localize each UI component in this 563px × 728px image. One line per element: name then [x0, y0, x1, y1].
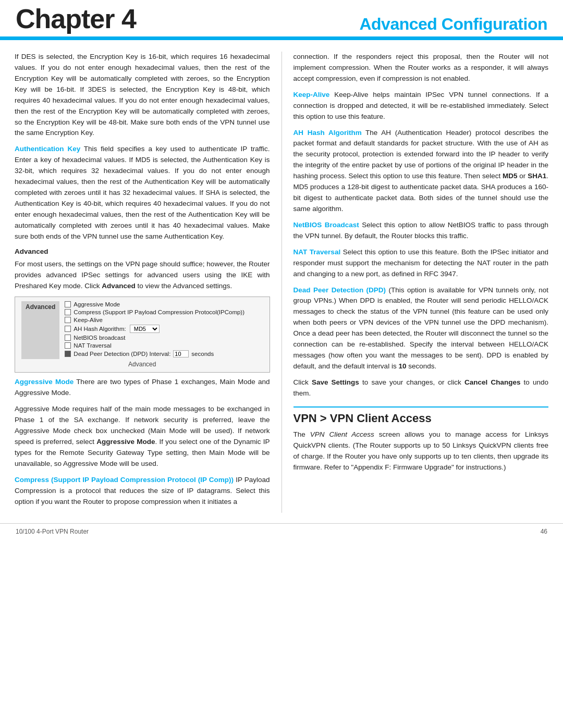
- compress-paragraph: Compress (Support IP Payload Compression…: [15, 475, 270, 508]
- dpd-paragraph: Dead Peer Detection (DPD) (This option i…: [293, 285, 549, 372]
- keepalive-term: Keep-Alive: [293, 91, 330, 98]
- intro-paragraph: If DES is selected, the Encryption Key i…: [15, 52, 270, 139]
- adv-row-dpd: Dead Peer Detection (DPD) Interval: seco…: [65, 350, 263, 357]
- dpd-bold: 10: [398, 362, 406, 370]
- dpd-text2: seconds.: [406, 362, 436, 370]
- ah-bold1: MD5: [503, 172, 518, 180]
- dpd-interval-input[interactable]: [173, 350, 189, 357]
- page-content: If DES is selected, the Encryption Key i…: [0, 40, 563, 513]
- checkbox-aggressive[interactable]: [65, 301, 71, 307]
- dpd-text: (This option is available for VPN tunnel…: [293, 286, 549, 370]
- vpn-heading: VPN > VPN Client Access: [293, 406, 549, 425]
- checkbox-netbios[interactable]: [65, 335, 71, 341]
- auth-key-text: This field specifies a key used to authe…: [15, 145, 270, 240]
- save-settings-paragraph: Click Save Settings to save your changes…: [293, 377, 549, 399]
- compress-cont-paragraph: connection. If the responders reject thi…: [293, 52, 549, 84]
- adv-row-aggressive: Aggressive Mode: [65, 301, 263, 307]
- keepalive-paragraph: Keep-Alive Keep-Alive helps maintain IPS…: [293, 90, 549, 122]
- checkbox-keepalive[interactable]: [65, 317, 71, 323]
- vpn-text1: The: [293, 430, 310, 438]
- ah-select[interactable]: MD5 SHA1: [130, 325, 160, 333]
- netbios-paragraph: NetBIOS Broadcast Select this option to …: [293, 220, 549, 242]
- aggressive-term: Aggressive Mode: [15, 378, 74, 386]
- ah-bold2: SHA1: [528, 172, 546, 180]
- nat-term: NAT Traversal: [293, 248, 341, 256]
- save-text: Click: [293, 378, 312, 386]
- adv-row-netbios: NetBIOS broadcast: [65, 335, 263, 341]
- adv-label-netbios: NetBIOS broadcast: [74, 335, 125, 341]
- ah-or: or: [518, 172, 528, 180]
- vpn-paragraph: The VPN Client Access screen allows you …: [293, 429, 549, 473]
- adv-label-seconds: seconds: [191, 351, 214, 357]
- keepalive-text: Keep-Alive helps maintain IPSec VPN tunn…: [293, 91, 549, 120]
- chapter-title: Chapter 4: [16, 5, 359, 32]
- aggressive-paragraph2: Aggressive Mode requires half of the mai…: [15, 404, 270, 470]
- cancel-bold: Cancel Changes: [464, 378, 520, 386]
- adv-row-ah: AH Hash Algorithm: MD5 SHA1: [65, 325, 263, 333]
- vpn-italic: VPN Client Access: [310, 430, 374, 438]
- aggressive-paragraph1: Aggressive Mode There are two types of P…: [15, 377, 270, 399]
- auth-key-term: Authentication Key: [15, 145, 80, 153]
- adv-label-compress: Compress (Support IP Payload Compression…: [74, 309, 244, 315]
- adv-label-keepalive: Keep-Alive: [74, 317, 103, 323]
- right-column: connection. If the responders reject thi…: [282, 52, 549, 513]
- advanced-box-label: Advanced: [21, 301, 59, 359]
- nat-paragraph: NAT Traversal Select this option to use …: [293, 247, 549, 280]
- advanced-config-title: Advanced Configuration: [359, 16, 547, 32]
- vpn-section: VPN > VPN Client Access The VPN Client A…: [293, 406, 549, 473]
- adv-label-nat: NAT Traversal: [74, 342, 111, 349]
- dpd-term: Dead Peer Detection (DPD): [293, 286, 386, 294]
- save-text2: to save your changes, or click: [359, 378, 464, 386]
- adv-row-keepalive: Keep-Alive: [65, 317, 263, 323]
- adv-row-compress: Compress (Support IP Payload Compression…: [65, 309, 263, 315]
- page-header: Chapter 4 Advanced Configuration: [0, 0, 563, 38]
- adv-label-ah: AH Hash Algorithm:: [74, 326, 126, 332]
- aggressive-bold: Aggressive Mode: [96, 438, 155, 446]
- advanced-items: Aggressive Mode Compress (Support IP Pay…: [65, 301, 263, 359]
- adv-row-nat: NAT Traversal: [65, 342, 263, 349]
- checkbox-dpd[interactable]: [65, 351, 71, 357]
- ah-paragraph: AH Hash Algorithm The AH (Authentication…: [293, 128, 549, 215]
- ah-term: AH Hash Algorithm: [293, 129, 362, 137]
- left-column: If DES is selected, the Encryption Key i…: [15, 52, 282, 513]
- advanced-intro-paragraph: For most users, the settings on the VPN …: [15, 259, 270, 292]
- advanced-settings-box: Advanced Aggressive Mode Compress (Suppo…: [15, 297, 270, 373]
- footer-right: 46: [541, 528, 547, 535]
- advanced-intro2: to view the Advanced settings.: [136, 282, 232, 290]
- adv-label-dpd: Dead Peer Detection (DPD) Interval:: [74, 351, 170, 357]
- compress-term: Compress (Support IP Payload Compression…: [15, 476, 234, 484]
- advanced-bold: Advanced: [102, 282, 136, 290]
- checkbox-nat[interactable]: [65, 342, 71, 349]
- advanced-box-inner: Advanced Aggressive Mode Compress (Suppo…: [21, 301, 263, 359]
- save-bold: Save Settings: [312, 378, 359, 386]
- checkbox-ah[interactable]: [65, 326, 71, 332]
- page-footer: 10/100 4-Port VPN Router 46: [0, 523, 563, 539]
- adv-label-aggressive: Aggressive Mode: [74, 301, 120, 307]
- checkbox-compress[interactable]: [65, 309, 71, 315]
- footer-left: 10/100 4-Port VPN Router: [16, 528, 89, 535]
- advanced-heading: Advanced: [15, 248, 270, 255]
- auth-key-paragraph: Authentication Key This field specifies …: [15, 144, 270, 242]
- advanced-box-caption: Advanced: [21, 361, 263, 368]
- netbios-term: NetBIOS Broadcast: [293, 221, 359, 229]
